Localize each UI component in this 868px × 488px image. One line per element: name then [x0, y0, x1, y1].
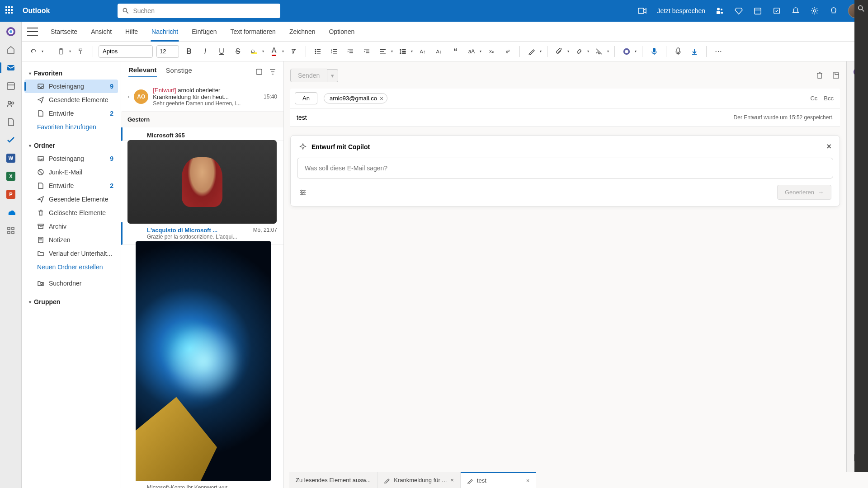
bcc-button[interactable]: Bcc	[824, 95, 834, 102]
teams-icon[interactable]	[715, 6, 724, 15]
copilot-ribbon-icon[interactable]	[620, 45, 633, 58]
bullets-icon[interactable]	[311, 45, 324, 58]
nav-add-favorite[interactable]: Favoriten hinzufügen	[24, 120, 118, 134]
settings-gear-icon[interactable]	[810, 6, 819, 15]
nav-notizen[interactable]: Notizen	[24, 233, 118, 247]
remove-chip-icon[interactable]: ×	[380, 95, 383, 102]
select-mode-icon[interactable]	[255, 68, 263, 75]
tab-ansicht[interactable]: Ansicht	[85, 22, 117, 42]
hamburger-icon[interactable]	[27, 28, 38, 36]
close-icon[interactable]: ×	[826, 142, 831, 151]
line-spacing-icon[interactable]	[396, 45, 409, 58]
recipient-chip[interactable]: arnio93@gmail.co ×	[324, 93, 387, 103]
diamond-icon[interactable]	[734, 6, 743, 15]
attach-icon[interactable]	[553, 45, 566, 58]
nav-junk[interactable]: Junk-E-Mail	[24, 165, 118, 179]
chevron-down-icon[interactable]: ▾	[69, 49, 71, 53]
tab-textformatieren[interactable]: Text formatieren	[225, 22, 281, 42]
close-tab-icon[interactable]: ×	[450, 477, 454, 483]
subscript-icon[interactable]: x₂	[485, 45, 498, 58]
tab-nachricht[interactable]: Nachricht	[146, 22, 184, 42]
nav-verlauf[interactable]: Verlauf der Unterhalt...	[24, 247, 118, 260]
more-apps-rail-icon[interactable]	[5, 224, 17, 237]
nav-gruppen-header[interactable]: Gruppen	[24, 296, 118, 308]
bottom-tab-reading[interactable]: Zu lesendes Element ausw...	[289, 472, 377, 488]
calendar-day-icon[interactable]	[753, 6, 762, 15]
tab-sonstige[interactable]: Sonstige	[166, 66, 192, 77]
adjust-icon[interactable]	[299, 188, 307, 197]
nav-entwuerfe[interactable]: Entwürfe 2	[24, 179, 118, 192]
filter-icon[interactable]	[269, 68, 276, 75]
font-select[interactable]	[99, 45, 153, 58]
nav-entwuerfe-fav[interactable]: Entwürfe 2	[24, 107, 118, 120]
font-size-select[interactable]	[156, 45, 179, 58]
signature-icon[interactable]	[593, 45, 605, 58]
chevron-down-icon[interactable]: ▾	[42, 49, 43, 53]
chevron-down-icon[interactable]: ▾	[262, 49, 264, 53]
nav-suchordner[interactable]: Suchordner	[24, 277, 118, 290]
copilot-prompt-input[interactable]	[297, 158, 833, 178]
tab-relevant[interactable]: Relevant	[128, 66, 157, 77]
tab-startseite[interactable]: Startseite	[45, 22, 83, 42]
message-item[interactable]: Microsoft-Konto Ihr Kennwort wur...	[121, 480, 283, 488]
outdent-icon[interactable]	[344, 45, 357, 58]
sensitivity-icon[interactable]	[672, 45, 684, 58]
tab-optionen[interactable]: Optionen	[323, 22, 360, 42]
increase-font-icon[interactable]: A↑	[416, 45, 429, 58]
popout-icon[interactable]	[832, 71, 840, 80]
home-rail-icon[interactable]	[5, 43, 17, 56]
strikethrough-icon[interactable]: S	[231, 45, 244, 58]
nav-archiv[interactable]: Archiv	[24, 220, 118, 233]
meet-cam-icon[interactable]	[638, 6, 647, 15]
nav-favoriten-header[interactable]: Favoriten	[24, 67, 118, 80]
decrease-font-icon[interactable]: A↓	[433, 45, 445, 58]
clipboard-icon[interactable]	[55, 45, 67, 58]
highlight-icon[interactable]	[248, 45, 260, 58]
magnify-icon[interactable]	[857, 5, 865, 13]
chevron-down-icon[interactable]: ▾	[540, 49, 542, 53]
word-rail-icon[interactable]: W	[5, 152, 17, 164]
cc-button[interactable]: Cc	[810, 95, 817, 102]
people-rail-icon[interactable]	[5, 98, 17, 110]
close-tab-icon[interactable]: ×	[526, 477, 530, 484]
italic-icon[interactable]: I	[199, 45, 212, 58]
link-icon[interactable]	[573, 45, 585, 58]
quote-icon[interactable]: ❝	[449, 45, 462, 58]
numbering-icon[interactable]: 123	[328, 45, 340, 58]
nav-geloeschte[interactable]: Gelöschte Elemente	[24, 206, 118, 220]
clear-format-icon[interactable]	[288, 45, 300, 58]
onedrive-rail-icon[interactable]	[5, 206, 17, 219]
chevron-down-icon[interactable]: ▾	[411, 49, 413, 53]
bottom-tab-test[interactable]: test ×	[461, 472, 537, 488]
app-launcher-icon[interactable]	[5, 6, 14, 15]
underline-icon[interactable]: U	[215, 45, 228, 58]
task-icon[interactable]	[772, 6, 781, 15]
powerpoint-rail-icon[interactable]: P	[5, 188, 17, 201]
nav-gesendete-fav[interactable]: Gesendete Elemente	[24, 93, 118, 107]
dictate-icon[interactable]	[648, 45, 660, 58]
more-icon[interactable]: ⋯	[712, 45, 725, 58]
chevron-down-icon[interactable]: ▾	[607, 49, 609, 53]
send-button[interactable]: Senden	[290, 69, 327, 82]
message-item[interactable]: › AO [Entwurf] arnold oberleiter Krankme…	[121, 82, 283, 112]
copilot-rail-icon[interactable]	[5, 25, 17, 38]
tab-einfuegen[interactable]: Einfügen	[186, 22, 222, 42]
change-case-icon[interactable]: aA	[465, 45, 478, 58]
chevron-down-icon[interactable]: ▾	[635, 49, 637, 53]
files-rail-icon[interactable]	[5, 116, 17, 128]
expand-chevron-icon[interactable]: ›	[128, 94, 129, 99]
meet-now-button[interactable]: Jetzt besprechen	[657, 7, 705, 14]
tab-zeichnen[interactable]: Zeichnen	[284, 22, 321, 42]
chevron-down-icon[interactable]: ▾	[567, 49, 569, 53]
tab-hilfe[interactable]: Hilfe	[120, 22, 143, 42]
message-item[interactable]: Microsoft 365	[121, 127, 283, 141]
nav-ordner-header[interactable]: Ordner	[24, 139, 118, 152]
indent-icon[interactable]	[360, 45, 373, 58]
undo-icon[interactable]	[27, 45, 40, 58]
subject-text[interactable]: test	[297, 114, 307, 121]
styles-icon[interactable]	[525, 45, 538, 58]
chevron-down-icon[interactable]: ▾	[282, 49, 284, 53]
font-color-icon[interactable]: A	[268, 45, 280, 58]
nav-gesendete[interactable]: Gesendete Elemente	[24, 192, 118, 206]
send-options-button[interactable]: ▾	[327, 69, 338, 82]
